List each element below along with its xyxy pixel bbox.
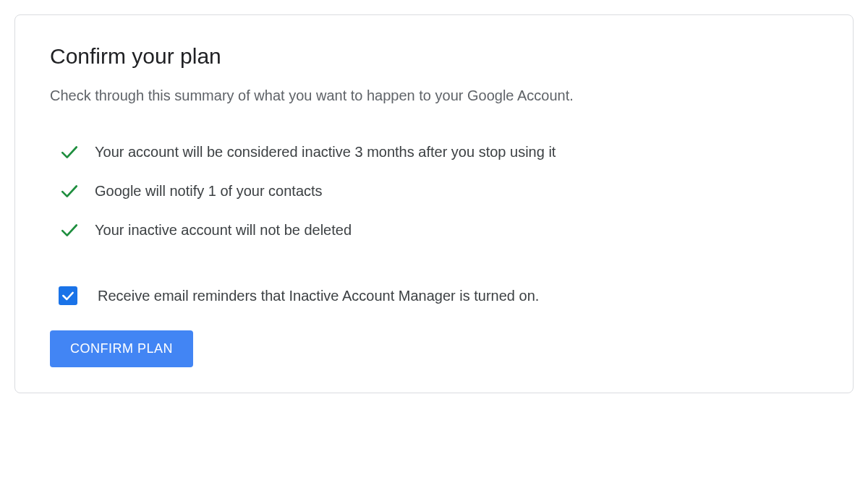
summary-item: Google will notify 1 of your contacts (60, 181, 818, 200)
reminder-row: Receive email reminders that Inactive Ac… (50, 286, 818, 305)
page-subtitle: Check through this summary of what you w… (50, 85, 818, 106)
summary-text: Your account will be considered inactive… (95, 144, 556, 160)
summary-item: Your account will be considered inactive… (60, 142, 818, 161)
check-icon (60, 221, 79, 239)
reminder-label: Receive email reminders that Inactive Ac… (98, 288, 539, 304)
summary-list: Your account will be considered inactive… (50, 142, 818, 239)
summary-text: Google will notify 1 of your contacts (95, 183, 323, 200)
summary-item: Your inactive account will not be delete… (60, 221, 818, 239)
confirm-plan-card: Confirm your plan Check through this sum… (14, 14, 854, 393)
check-icon (60, 142, 79, 161)
confirm-plan-button[interactable]: CONFIRM PLAN (50, 330, 193, 367)
summary-text: Your inactive account will not be delete… (95, 222, 352, 239)
check-icon (60, 181, 79, 200)
reminder-checkbox[interactable] (59, 286, 77, 305)
page-title: Confirm your plan (50, 44, 818, 69)
